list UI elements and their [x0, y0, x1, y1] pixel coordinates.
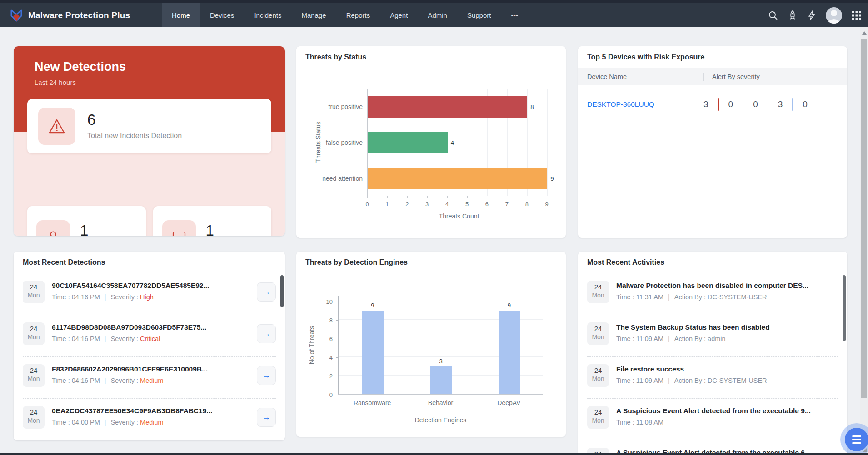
y-axis-title: Threats Status [314, 121, 322, 163]
bar-value-label: 9 [371, 302, 374, 309]
apps-grid-button[interactable] [852, 10, 862, 20]
chart-bar-deepav[interactable] [499, 311, 520, 394]
x-tick-mark [407, 196, 408, 198]
chart-bar-need-attention[interactable] [368, 168, 547, 189]
severity-values-group: 30030 [703, 98, 808, 111]
meta-separator: | [668, 335, 670, 342]
y-tick-label: 10 [296, 298, 333, 305]
x-tick-label: 0 [365, 201, 369, 208]
list-item-content: File restore successTime : 11:09 AM|Acti… [616, 364, 838, 384]
engines-plot-area: 939 [338, 296, 543, 395]
brand-logo-icon [10, 9, 23, 22]
severity-value: Critical [140, 335, 160, 342]
nav-item-devices[interactable]: Devices [200, 3, 244, 27]
severity-label: Severity : [111, 419, 140, 426]
severity-separator [718, 98, 719, 111]
date-day: Mon [23, 292, 45, 299]
engine-category-label: Ransomware [354, 399, 391, 406]
list-item-meta: Time : 11:09 AM|Action By : DC-SYSTEM-US… [616, 377, 838, 384]
status-plot-area: 849 [367, 89, 551, 196]
date-number: 24 [587, 366, 609, 375]
search-button[interactable] [768, 10, 778, 20]
affected-stats-row: 1 Affected users 1 Affected devices [27, 206, 271, 236]
list-item: 24MonMalware Protection has been disable… [578, 273, 847, 315]
x-tick-label: 8 [525, 201, 529, 208]
date-number: 24 [587, 408, 609, 417]
devices-table-body: DESKTOP-360LUUQ30030 [578, 85, 847, 124]
nav-item-agent[interactable]: Agent [380, 3, 418, 27]
whats-new-button[interactable] [788, 10, 798, 21]
page-scrollbar[interactable] [860, 27, 868, 452]
chart-bar-true-positive[interactable] [368, 96, 527, 118]
nav-item-reports[interactable]: Reports [336, 3, 380, 27]
list-item-title: A Suspicious Event Alert detected from t… [616, 407, 838, 415]
date-day: Mon [23, 333, 45, 341]
list-item-content: The System Backup Status has been disabl… [616, 322, 838, 342]
date-day: Mon [587, 375, 609, 383]
top-devices-header: Top 5 Devices with Risk Exposure [578, 46, 847, 68]
list-item-meta: Time : 04:00 PM|Severity : Medium [52, 419, 251, 426]
top-devices-card: Top 5 Devices with Risk Exposure Device … [578, 46, 847, 238]
severity-separator [743, 98, 743, 111]
nav-item-incidents[interactable]: Incidents [244, 3, 291, 27]
time-label: Time : 11:09 AM [616, 377, 663, 384]
time-label: Time : 11:09 AM [616, 335, 663, 342]
list-item-meta: Time : 04:16 PM|Severity : Critical [52, 335, 251, 342]
resize-handle-icon [863, 448, 867, 452]
activities-scrollbar-thumb[interactable] [843, 275, 846, 341]
scroll-up-arrow-icon[interactable] [862, 31, 867, 35]
page-scrollbar-thumb[interactable] [861, 39, 867, 398]
total-incidents-value: 6 [87, 112, 182, 128]
apps-grid-icon [852, 10, 862, 20]
y-axis-title: No of Threats [308, 326, 315, 364]
bar-value-label: 8 [530, 104, 534, 110]
date-badge: 24Mon [23, 322, 45, 345]
threats-by-status-title: Threats by Status [305, 53, 366, 61]
date-badge: 24Mon [587, 281, 609, 303]
chart-bar-behavior[interactable] [430, 366, 452, 394]
nav-item-admin[interactable]: Admin [418, 3, 457, 27]
monitor-icon [171, 230, 187, 236]
avatar-body-shape [828, 19, 840, 24]
time-label: Time : 04:16 PM [52, 293, 100, 301]
date-day: Mon [23, 375, 45, 383]
list-item-meta: Time : 11:09 AM|Action By : admin [616, 335, 838, 342]
new-detections-header: New Detections Last 24 hours [14, 46, 285, 86]
user-avatar[interactable] [826, 7, 842, 24]
recent-activities-header: Most Recent Activities [578, 252, 847, 273]
severity-count: 0 [753, 99, 758, 109]
list-item-meta: Time : 04:16 PM|Severity : High [52, 293, 251, 301]
nav-item-home[interactable]: Home [162, 3, 200, 27]
severity-count: 0 [803, 99, 808, 109]
nav-more-button[interactable]: ••• [501, 3, 528, 27]
open-detail-button[interactable]: → [257, 408, 276, 427]
quick-actions-button[interactable] [807, 10, 816, 21]
bar-value-label: 9 [508, 302, 511, 309]
row-divider [23, 440, 276, 440]
open-detail-button[interactable]: → [257, 282, 276, 302]
nav-item-manage[interactable]: Manage [291, 3, 336, 27]
severity-label: Severity : [111, 377, 140, 384]
affected-devices-value: 1 [206, 223, 259, 236]
y-tick-mark [336, 395, 338, 395]
list-item-content: 61174BD98D8D08BA97D093D603FD5F73E75...Ti… [52, 322, 251, 342]
brand: Malware Protection Plus [10, 3, 130, 27]
threats-by-status-header: Threats by Status [296, 46, 566, 68]
chart-bar-ransomware[interactable] [362, 311, 384, 394]
list-item: 24MonA Suspicious Event Alert detected f… [578, 440, 847, 453]
time-label: Time : 11:31 AM [616, 293, 663, 301]
open-detail-button[interactable]: → [257, 324, 276, 343]
chart-bar-false-positive[interactable] [368, 132, 448, 153]
detections-scrollbar-thumb[interactable] [280, 275, 284, 307]
device-name-link[interactable]: DESKTOP-360LUUQ [578, 100, 703, 109]
search-icon [768, 10, 778, 20]
time-label: Time : 04:16 PM [52, 335, 100, 342]
y-tick-label: 0 [296, 391, 333, 398]
nav-item-support[interactable]: Support [457, 3, 501, 27]
open-detail-button[interactable]: → [257, 366, 276, 385]
recent-activities-title: Most Recent Activities [587, 258, 664, 267]
affected-users-stat: 1 Affected users [27, 206, 146, 236]
x-tick-label: 3 [425, 201, 429, 208]
list-item-meta: Time : 04:16 PM|Severity : Medium [52, 377, 251, 384]
list-item-content: A Suspicious Event Alert detected from t… [616, 406, 838, 426]
